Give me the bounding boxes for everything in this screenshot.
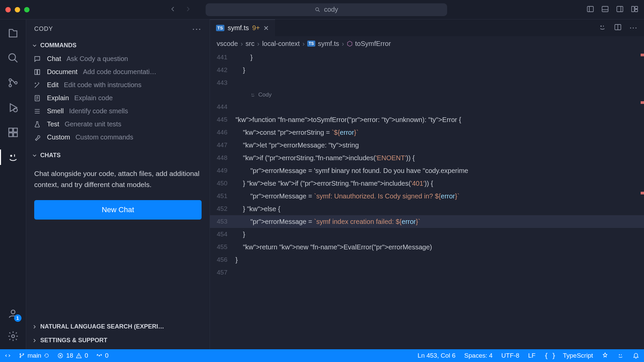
crumb[interactable]: symf.ts [318,40,339,48]
command-custom[interactable]: Custom Custom commands [26,131,210,144]
editor-tab[interactable]: TS symf.ts 9+ ✕ [210,19,275,36]
customize-layout-icon[interactable] [631,5,639,14]
commands-section-header[interactable]: COMMANDS [26,39,210,52]
code-line[interactable]: 452 } "kw">else { [210,202,644,215]
svg-point-27 [99,355,100,356]
remote-indicator[interactable] [5,353,11,359]
command-chat[interactable]: Chat Ask Cody a question [26,52,210,65]
cody-tab-action-icon[interactable] [598,23,606,33]
explorer-icon[interactable] [7,27,19,40]
feedback-icon[interactable] [617,352,624,359]
toggle-panel-icon[interactable] [601,5,609,14]
nav-arrows [169,5,192,14]
command-edit[interactable]: Edit Edit code with instructions [26,78,210,92]
cursor-position[interactable]: Ln 453, Col 6 [418,352,455,359]
settings-gear-icon[interactable] [7,330,19,343]
code-line[interactable]: 445"kw">function "fn-name">toSymfError("… [210,113,644,126]
nls-header-label: NATURAL LANGUAGE SEARCH (EXPERI… [40,323,164,330]
encoding[interactable]: UTF-8 [501,352,520,359]
command-name: Edit [47,81,58,89]
ports[interactable]: 0 [96,352,109,359]
code-line[interactable]: 449 "pr">errorMessage = 'symf binary not… [210,164,644,177]
line-number: 450 [210,177,235,190]
code-line[interactable]: 456} [210,253,644,266]
minimize-window[interactable] [15,7,20,12]
problems[interactable]: 180 [57,352,88,359]
code-line[interactable]: 443 [210,76,644,89]
accounts-icon[interactable]: 1 [7,307,19,320]
crumb[interactable]: toSymfError [355,40,391,48]
command-explain[interactable]: Explain Explain code [26,92,210,105]
toggle-primary-sidebar-icon[interactable] [586,5,594,14]
code-line[interactable]: 444 [210,101,644,113]
activity-bar: 1 [0,19,26,349]
code-line[interactable]: 453 "pr">errorMessage = `symf index crea… [210,215,644,228]
breadcrumbs[interactable]: vscode› src› local-context› TS symf.ts› … [210,36,644,51]
settings-section-header[interactable]: SETTINGS & SUPPORT [26,334,210,347]
command-test[interactable]: Test Generate unit tests [26,118,210,131]
code-line[interactable]: 450 } "kw">else "kw">if ("pr">errorStrin… [210,177,644,190]
code-line[interactable]: 457 [210,266,644,279]
sidebar-more-icon[interactable]: ⋯ [192,28,202,31]
maximize-window[interactable] [24,7,30,12]
line-number: 454 [210,228,235,241]
cody-status-icon[interactable] [602,352,608,359]
code-editor[interactable]: 441 }442 }443Cody444445"kw">function "fn… [210,51,644,349]
nls-section-header[interactable]: NATURAL LANGUAGE SEARCH (EXPERI… [26,320,210,334]
code-line[interactable]: 448 "kw">if ("pr">errorString."fn-name">… [210,152,644,164]
svg-point-24 [20,357,21,358]
command-smell[interactable]: Smell Identify code smells [26,105,210,118]
line-number: 449 [210,164,235,177]
line-number: 447 [210,139,235,152]
search-icon[interactable] [7,52,19,64]
git-branch[interactable]: main [19,352,49,359]
command-document[interactable]: Document Add code documentati… [26,65,210,78]
line-number: 441 [210,51,235,64]
crumb[interactable]: src [246,40,255,48]
svg-point-18 [11,335,14,338]
code-line[interactable]: 455 "kw">return "kw">new "fn-name">EvalE… [210,241,644,253]
close-window[interactable] [5,7,11,12]
command-desc: Identify code smells [69,107,128,115]
code-line[interactable]: 441 } [210,51,644,64]
svg-rect-2 [602,6,608,12]
svg-point-28 [619,355,620,355]
code-line[interactable]: 454 } [210,228,644,241]
svg-point-17 [11,310,15,314]
code-line[interactable]: 451 "pr">errorMessage = `symf: Unauthori… [210,190,644,202]
run-debug-icon[interactable] [7,101,19,114]
toggle-secondary-sidebar-icon[interactable] [616,5,624,14]
language-mode[interactable]: { } TypeScript [544,352,593,359]
code-line[interactable]: 447 "kw">let "pr">errorMessage: "ty">str… [210,139,644,152]
layout-controls [586,5,639,14]
command-desc: Explain code [74,94,113,102]
svg-rect-1 [587,6,593,12]
extensions-icon[interactable] [7,126,19,139]
line-number: 445 [210,113,235,126]
chats-section-header[interactable]: CHATS [26,148,210,162]
editor-more-icon[interactable]: ⋯ [629,23,637,33]
svg-point-7 [9,54,15,60]
code-line[interactable]: 446 "kw">const "pr">errorString = `${err… [210,126,644,139]
split-editor-icon[interactable] [614,23,622,33]
eol[interactable]: LF [528,352,535,359]
command-name: Chat [47,55,61,63]
nav-back-icon[interactable] [169,5,177,14]
crumb[interactable]: vscode [217,40,238,48]
tab-close-icon[interactable]: ✕ [263,24,269,32]
line-number: 452 [210,202,235,215]
cody-icon[interactable] [7,151,19,164]
source-control-icon[interactable] [7,76,19,89]
chevron-down-icon [32,153,38,159]
nav-forward-icon [184,5,192,14]
svg-rect-4 [632,6,634,12]
notifications-icon[interactable] [633,352,639,359]
command-center[interactable]: cody [206,3,447,16]
code-line[interactable]: 442 } [210,64,644,76]
new-chat-button[interactable]: New Chat [34,200,202,220]
code-lens[interactable]: Cody [210,89,644,101]
typescript-badge-icon: TS [216,25,224,31]
crumb[interactable]: local-context [262,40,300,48]
indent[interactable]: Spaces: 4 [464,352,493,359]
chevron-down-icon [32,43,38,49]
